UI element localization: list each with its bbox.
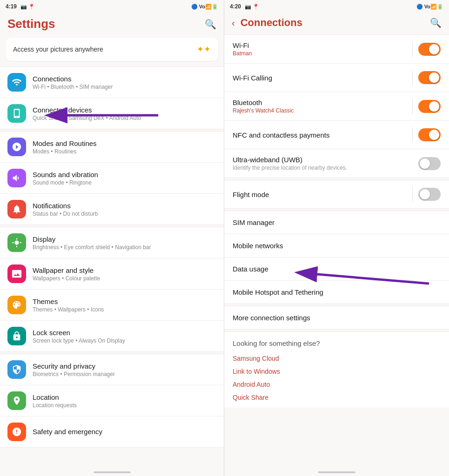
conn-item-wifi-calling[interactable]: Wi-Fi Calling [224,64,449,92]
modes-title: Modes and Routines [33,139,216,147]
wifi-calling-toggle-knob [429,73,439,83]
wifi-calling-toggle[interactable] [418,71,441,84]
location-text: Location Location requests [33,393,216,409]
notifications-text: Notifications Status bar • Do not distur… [33,202,216,217]
connected-devices-subtitle: Quick Share • Samsung DeX • Android Auto [33,115,216,121]
settings-item-safety[interactable]: Safety and emergency [0,416,224,447]
settings-item-location[interactable]: Location Location requests [0,385,224,416]
conn-item-uwb[interactable]: Ultra-wideband (UWB) Identify the precis… [224,149,449,178]
connections-title: Connections [33,75,216,83]
connected-devices-text: Connected devices Quick Share • Samsung … [33,106,216,121]
right-time: 4:20 [230,3,241,10]
modes-icon [7,138,26,156]
location-icon [7,391,26,410]
settings-item-sounds[interactable]: Sounds and vibration Sound mode • Ringto… [0,163,224,194]
nfc-divider [412,127,413,142]
flight-toggle-knob [420,189,430,199]
themes-title: Themes [33,298,216,305]
conn-item-sim[interactable]: SIM manager [224,211,449,234]
wifi-calling-text: Wi-Fi Calling [233,74,412,82]
uwb-title: Ultra-wideband (UWB) [233,156,418,164]
settings-item-connected-devices[interactable]: Connected devices Quick Share • Samsung … [0,98,224,129]
settings-item-modes[interactable]: Modes and Routines Modes • Routines [0,132,224,163]
location-subtitle: Location requests [33,402,216,409]
conn-item-bluetooth[interactable]: Bluetooth Rajesh's Watch4 Classic [224,92,449,121]
right-status-bar: 4:20 📷 📍 🔵 Vo📶🔋 [224,0,449,13]
connections-text: Connections Wi-Fi • Bluetooth • SIM mana… [33,75,216,90]
bluetooth-title: Bluetooth [233,99,412,106]
flight-text: Flight mode [233,191,412,198]
bluetooth-subtitle: Rajesh's Watch4 Classic [233,107,412,114]
left-title: Settings [7,17,55,31]
settings-item-security[interactable]: Security and privacy Biometrics • Permis… [0,354,224,385]
safety-title: Safety and emergency [33,428,216,436]
left-scrollbar[interactable] [94,471,131,473]
conn-item-hotspot[interactable]: Mobile Hotspot and Tethering [224,281,449,304]
nfc-toggle-knob [429,130,439,140]
link-samsung-cloud[interactable]: Samsung Cloud [233,352,441,365]
bluetooth-text: Bluetooth Rajesh's Watch4 Classic [233,99,412,114]
uwb-toggle[interactable] [418,157,441,170]
conn-item-flight[interactable]: Flight mode [224,180,449,208]
settings-item-wallpaper[interactable]: Wallpaper and style Wallpapers • Colour … [0,258,224,290]
settings-item-lock[interactable]: Lock screen Screen lock type • Always On… [0,321,224,351]
wallpaper-title: Wallpaper and style [33,266,216,274]
lock-icon [7,327,26,345]
themes-text: Themes Themes • Wallpapers • Icons [33,298,216,313]
themes-icon [7,296,26,314]
bluetooth-toggle[interactable] [418,100,441,113]
safety-text: Safety and emergency [33,428,216,436]
link-android-auto[interactable]: Android Auto [233,378,441,391]
left-search-icon[interactable]: 🔍 [205,19,216,30]
group-modes: Modes and Routines Modes • Routines Soun… [0,131,224,225]
lock-subtitle: Screen lock type • Always On Display [33,337,216,344]
right-scrollbar[interactable] [318,471,355,473]
themes-subtitle: Themes • Wallpapers • Icons [33,306,216,313]
left-time: 4:19 [6,3,17,10]
modes-text: Modes and Routines Modes • Routines [33,139,216,155]
conn-item-wifi[interactable]: Wi-Fi Batman [224,35,449,64]
connections-icon [7,73,26,92]
hotspot-title: Mobile Hotspot and Tethering [233,288,323,296]
conn-item-data-usage[interactable]: Data usage [224,258,449,281]
settings-item-themes[interactable]: Themes Themes • Wallpapers • Icons [0,290,224,321]
settings-item-connections[interactable]: Connections Wi-Fi • Bluetooth • SIM mana… [0,67,224,98]
settings-list: Connections Wi-Fi • Bluetooth • SIM mana… [0,65,224,469]
display-title: Display [33,235,216,243]
nfc-toggle[interactable] [418,128,441,141]
more-conn-title: More connection settings [233,314,310,322]
display-text: Display Brightness • Eye comfort shield … [33,235,216,251]
settings-item-display[interactable]: Display Brightness • Eye comfort shield … [0,227,224,258]
safety-icon [7,423,26,441]
display-icon [7,233,26,252]
flight-toggle[interactable] [418,188,441,201]
flight-title: Flight mode [233,191,412,198]
uwb-text: Ultra-wideband (UWB) Identify the precis… [233,156,418,171]
looking-section: Looking for something else? Samsung Clou… [224,331,449,408]
right-search-icon[interactable]: 🔍 [430,17,442,28]
left-header: Settings 🔍 [0,13,224,35]
conn-item-more[interactable]: More connection settings [224,306,449,329]
banner-text: Access your pictures anywhere [13,46,103,53]
settings-item-notifications[interactable]: Notifications Status bar • Do not distur… [0,194,224,225]
notifications-title: Notifications [33,202,216,210]
security-text: Security and privacy Biometrics • Permis… [33,362,216,377]
banner-card[interactable]: Access your pictures anywhere ✦✦ [6,38,218,61]
back-button[interactable]: ‹ [232,18,235,28]
link-quick-share[interactable]: Quick Share [233,391,441,404]
uwb-subtitle: Identify the precise location of nearby … [233,165,418,171]
right-header: ‹ Connections 🔍 [224,13,449,33]
conn-group-simple: SIM manager Mobile networks Data usage M… [224,211,449,304]
conn-item-mobile-networks[interactable]: Mobile networks [224,234,449,258]
security-title: Security and privacy [33,362,216,370]
lock-title: Lock screen [33,329,216,337]
wallpaper-icon [7,264,26,283]
notifications-subtitle: Status bar • Do not disturb [33,211,216,217]
wifi-toggle[interactable] [418,43,441,56]
sounds-title: Sounds and vibration [33,171,216,178]
conn-item-nfc[interactable]: NFC and contactless payments [224,121,449,149]
looking-title: Looking for something else? [233,339,441,347]
wifi-title: Wi-Fi [233,41,412,49]
sounds-subtitle: Sound mode • Ringtone [33,179,216,186]
link-link-to-windows[interactable]: Link to Windows [233,365,441,378]
